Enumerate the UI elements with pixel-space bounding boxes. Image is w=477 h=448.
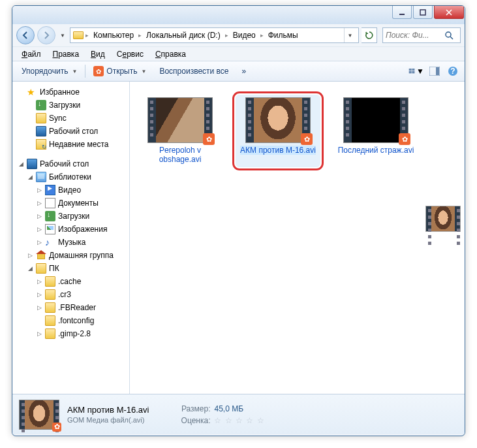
download-icon	[36, 100, 46, 110]
file-name: АКМ против М-16.avi	[240, 146, 316, 155]
sidebar-cr3[interactable]: ▷.cr3	[12, 288, 129, 301]
details-rating-label: Оценка:	[176, 416, 210, 425]
sidebar-desktop-root[interactable]: ◢Рабочий стол	[12, 157, 129, 170]
file-list[interactable]: Perepoloh v obshage.avi АКМ против М-16.…	[130, 82, 465, 394]
nav-history-dropdown[interactable]: ▼	[58, 29, 67, 42]
file-item[interactable]: Последний страж.avi	[333, 95, 418, 167]
sidebar-music[interactable]: ▷♪Музыка	[12, 236, 129, 249]
sidebar-homegroup[interactable]: ▷Домашняя группа	[12, 249, 129, 262]
folder-icon	[36, 263, 46, 274]
svg-rect-0	[399, 14, 405, 15]
minimize-button[interactable]	[392, 6, 412, 19]
file-name: Последний страж.avi	[338, 146, 414, 155]
recent-icon	[36, 139, 46, 150]
toolbar-overflow[interactable]: »	[237, 64, 252, 78]
sidebar-fbreader[interactable]: ▷.FBReader	[12, 301, 129, 314]
sidebar-pc[interactable]: ◢ПК	[12, 262, 129, 275]
gom-icon: ✿	[93, 66, 104, 76]
menu-edit[interactable]: Правка	[48, 48, 85, 60]
svg-rect-1	[420, 10, 425, 15]
preview-pane-button[interactable]	[427, 63, 442, 79]
file-item[interactable]: Perepoloh v obshage.avi	[138, 95, 223, 167]
address-dropdown[interactable]: ▼	[344, 28, 356, 42]
sidebar-sync[interactable]: Sync	[12, 112, 129, 125]
forward-button[interactable]	[37, 26, 55, 44]
details-thumbnail	[19, 400, 59, 430]
folder-icon	[36, 113, 46, 123]
file-thumbnail	[343, 97, 408, 143]
breadcrumb-films[interactable]: Фильмы	[266, 29, 301, 41]
drag-preview	[425, 206, 461, 232]
file-item-selected[interactable]: АКМ против М-16.avi	[236, 95, 320, 167]
navigation-pane: ★Избранное Загрузки Sync Рабочий стол Не…	[12, 82, 130, 394]
breadcrumb-video[interactable]: Видео	[230, 29, 258, 41]
back-button[interactable]	[16, 26, 35, 44]
folder-icon	[45, 289, 55, 300]
details-filetype: GOM Медиа файл(.avi)	[67, 416, 149, 424]
gom-badge-icon	[301, 133, 313, 145]
details-rating-stars[interactable]: ☆ ☆ ☆ ☆ ☆	[214, 416, 264, 425]
svg-text:?: ?	[450, 67, 455, 76]
details-size-label: Размер:	[176, 404, 210, 413]
maximize-button[interactable]	[413, 6, 433, 19]
search-box[interactable]	[382, 27, 461, 43]
sidebar-desktop[interactable]: Рабочий стол	[12, 125, 129, 138]
sidebar-fontconfig[interactable]: .fontconfig	[12, 314, 129, 327]
svg-rect-6	[412, 71, 414, 73]
sidebar-cache[interactable]: ▷.cache	[12, 275, 129, 288]
video-icon	[45, 185, 55, 195]
breadcrumb-drive[interactable]: Локальный диск (D:)	[144, 29, 223, 41]
file-name: Perepoloh v obshage.avi	[140, 146, 220, 165]
desktop-icon	[36, 126, 46, 136]
folder-icon	[45, 302, 55, 313]
titlebar	[12, 6, 465, 24]
sidebar-videos[interactable]: ▷Видео	[12, 184, 129, 197]
menu-file[interactable]: ФФайлайл	[16, 48, 46, 60]
folder-icon	[45, 315, 55, 326]
gom-badge-icon	[399, 133, 410, 145]
sidebar-libraries[interactable]: ◢Библиотеки	[12, 170, 129, 184]
address-row: ▼ ▸ Компьютер▸ Локальный диск (D:)▸ Виде…	[12, 24, 465, 46]
open-button[interactable]: ✿Открыть▼	[88, 63, 151, 79]
sidebar-documents[interactable]: ▷Документы	[12, 197, 129, 210]
menu-bar: ФФайлайл Правка Вид Сервис Справка	[12, 46, 465, 61]
svg-rect-4	[412, 69, 414, 71]
sidebar-recent[interactable]: Недавние места	[12, 138, 129, 151]
refresh-button[interactable]	[362, 27, 377, 43]
document-icon	[45, 198, 55, 208]
breadcrumb-computer[interactable]: Компьютер	[91, 29, 136, 41]
gom-badge-icon	[203, 133, 215, 145]
sidebar-favorites[interactable]: ★Избранное	[12, 86, 129, 99]
folder-icon	[45, 276, 55, 287]
sidebar-gimp[interactable]: ▷.gimp-2.8	[12, 327, 129, 340]
toolbar: Упорядочить▼ ✿Открыть▼ Воспроизвести все…	[12, 61, 465, 82]
menu-view[interactable]: Вид	[85, 48, 110, 60]
music-icon: ♪	[45, 237, 55, 248]
svg-rect-5	[409, 71, 412, 73]
menu-help[interactable]: Справка	[150, 48, 191, 60]
svg-rect-3	[409, 69, 412, 71]
details-size-value: 45,0 МБ	[214, 404, 243, 413]
libraries-icon	[36, 172, 46, 182]
folder-icon	[45, 328, 55, 339]
menu-tools[interactable]: Сервис	[112, 48, 149, 60]
star-icon: ★	[27, 87, 37, 97]
gom-badge-icon	[52, 423, 61, 432]
address-bar[interactable]: ▸ Компьютер▸ Локальный диск (D:)▸ Видео▸…	[70, 27, 359, 43]
sidebar-pictures[interactable]: ▷Изображения	[12, 223, 129, 236]
download-icon	[45, 211, 55, 221]
organize-button[interactable]: Упорядочить▼	[16, 64, 82, 78]
sidebar-downloads-lib[interactable]: ▷Загрузки	[12, 210, 129, 223]
playall-button[interactable]: Воспроизвести все	[154, 64, 234, 78]
sidebar-downloads[interactable]: Загрузки	[12, 99, 129, 112]
folder-icon	[73, 31, 84, 39]
view-options-button[interactable]: ▼	[408, 63, 424, 79]
close-button[interactable]	[434, 6, 464, 19]
search-input[interactable]	[386, 31, 444, 40]
file-thumbnail	[147, 97, 213, 143]
details-pane: АКМ против М-16.avi GOM Медиа файл(.avi)…	[12, 394, 465, 434]
pictures-icon	[45, 224, 55, 234]
help-button[interactable]: ?	[445, 63, 461, 79]
search-icon	[444, 31, 454, 40]
file-thumbnail	[245, 97, 311, 143]
